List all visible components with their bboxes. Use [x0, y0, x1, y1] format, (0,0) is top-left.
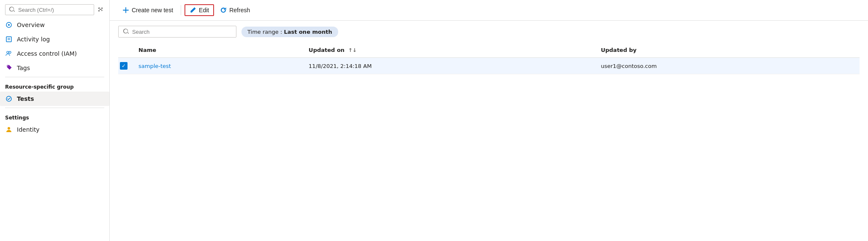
access-control-icon [5, 50, 13, 57]
time-range-prefix: Time range : [247, 29, 284, 35]
row-updated-by-cell: user1@contoso.com [596, 58, 860, 74]
table-header-name: Name [133, 43, 304, 58]
sidebar-item-tests[interactable]: Tests [0, 92, 109, 106]
svg-rect-2 [6, 37, 11, 42]
table-search-input[interactable] [132, 29, 232, 35]
sidebar-item-activity-log[interactable]: Activity log [0, 32, 109, 46]
sidebar-item-overview[interactable]: Overview [0, 18, 109, 32]
table-header-updated-by: Updated by [596, 43, 860, 58]
sidebar-section-settings: Settings [0, 110, 109, 122]
tags-icon [5, 64, 13, 72]
search-icon [9, 6, 16, 13]
sidebar-item-tags[interactable]: Tags [0, 61, 109, 75]
edit-button[interactable]: Edit [184, 4, 214, 16]
row-checkbox-cell[interactable] [118, 58, 133, 74]
time-range-filter[interactable]: Time range : Last one month [241, 27, 338, 37]
identity-icon [5, 126, 13, 133]
row-name-cell: sample-test [133, 58, 304, 74]
sidebar-item-identity[interactable]: Identity [0, 122, 109, 137]
time-range-value: Last one month [284, 29, 332, 35]
toolbar: Create new test Edit Refresh [110, 0, 868, 21]
table-container: Name Updated on ↑↓ Updated by sample-tes… [110, 43, 868, 241]
svg-point-6 [9, 51, 11, 54]
create-new-test-button[interactable]: Create new test [118, 4, 177, 16]
sidebar-search-box[interactable] [5, 4, 94, 15]
updated-on-label: Updated on [309, 47, 344, 53]
edit-label: Edit [199, 7, 209, 14]
overview-icon [5, 21, 13, 29]
sidebar-collapse-button[interactable] [96, 5, 105, 14]
plus-icon [122, 7, 129, 14]
sidebar-section-resource: Resource-specific group [0, 79, 109, 92]
sidebar-item-activity-log-label: Activity log [17, 36, 50, 43]
create-new-test-label: Create new test [132, 7, 173, 14]
sidebar-item-access-control-label: Access control (IAM) [17, 50, 77, 57]
toolbar-separator [181, 5, 181, 15]
svg-point-8 [8, 127, 10, 130]
sort-icon: ↑↓ [348, 47, 357, 53]
table-header-updated-on[interactable]: Updated on ↑↓ [304, 43, 596, 58]
row-updated-on-cell: 11/8/2021, 2:14:18 AM [304, 58, 596, 74]
svg-point-5 [7, 51, 9, 54]
sidebar-divider-2 [5, 108, 104, 108]
sidebar-item-tests-label: Tests [17, 95, 34, 102]
tests-icon [5, 95, 13, 103]
refresh-button[interactable]: Refresh [216, 4, 254, 16]
sidebar-item-access-control[interactable]: Access control (IAM) [0, 46, 109, 61]
row-checkbox-checked[interactable] [120, 62, 127, 70]
refresh-label: Refresh [229, 7, 250, 14]
sidebar-search-input[interactable] [18, 7, 90, 13]
sidebar: Overview Activity log Access control (IA… [0, 0, 110, 241]
table-header-row: Name Updated on ↑↓ Updated by [118, 43, 860, 58]
table-search-box[interactable] [118, 26, 236, 38]
tests-table: Name Updated on ↑↓ Updated by sample-tes… [118, 43, 860, 74]
table-row: sample-test 11/8/2021, 2:14:18 AM user1@… [118, 58, 860, 74]
table-search-icon [123, 28, 130, 35]
row-name-link[interactable]: sample-test [138, 63, 171, 69]
filter-row: Time range : Last one month [110, 21, 868, 43]
sidebar-item-overview-label: Overview [17, 22, 45, 28]
activity-log-icon [5, 35, 13, 43]
svg-point-1 [8, 24, 10, 26]
refresh-icon [220, 7, 227, 14]
edit-icon [190, 7, 196, 14]
sidebar-search-row [0, 2, 109, 18]
sidebar-item-tags-label: Tags [17, 65, 30, 71]
sidebar-divider-1 [5, 77, 104, 77]
main-content: Create new test Edit Refresh Time rang [110, 0, 868, 241]
sidebar-item-identity-label: Identity [17, 126, 40, 133]
table-header-checkbox [118, 43, 133, 58]
